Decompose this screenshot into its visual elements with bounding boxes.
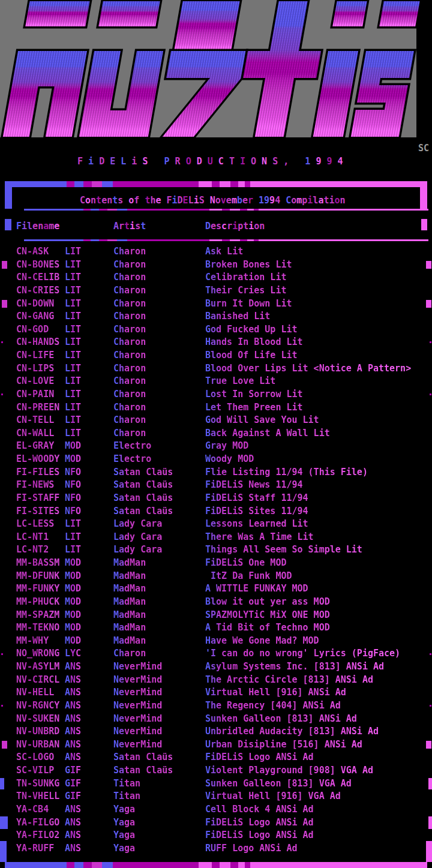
table-row: MM-DFUNK MOD MadMan ItZ Da Funk MOD (0, 570, 432, 583)
bar-segment (92, 181, 102, 187)
edge-mark (0, 778, 4, 789)
table-row: EL-WOODY MOD Electro Woody MOD (0, 453, 432, 466)
edge-mark (430, 341, 431, 343)
file-extension: GIF (65, 790, 113, 803)
bar-segment (67, 181, 74, 187)
file-description: Blood Over Lips Lit <Notice A Pattern> (205, 362, 432, 376)
file-extension: LIT (65, 362, 113, 376)
file-description: Violent Playground [908] VGA Ad (205, 764, 432, 777)
file-name: NV-CIRCL (16, 674, 65, 687)
file-artist: MadMan (113, 621, 205, 635)
file-extension: LYC (65, 647, 113, 660)
file-extension: NFO (65, 492, 113, 505)
file-description: Asylum Systems Inc. [813] ANSi Ad (205, 660, 432, 674)
edge-mark (2, 300, 7, 308)
file-description: Unbridled Audacity [813] ANSi Ad (205, 725, 432, 738)
bar-segment (24, 239, 83, 241)
edge-mark (2, 741, 7, 749)
title-rule (24, 209, 428, 211)
file-description: RUFF Logo ANSi Ad (205, 842, 432, 855)
table-row: FI-STAFF NFO Satan Claüs FiDELiS Staff 1… (0, 492, 432, 505)
file-description: Virtual Hell [916] VGA Ad (205, 790, 432, 803)
file-artist: Charon (113, 414, 205, 427)
ansi-file-listing-screen: SC F i D E L i S P R O D U C T I O N S ,… (0, 0, 432, 868)
file-extension: ANS (65, 816, 113, 830)
bar-segment (238, 862, 245, 868)
file-name: CN-CRIES (16, 284, 65, 298)
table-row: CN-GANG LIT Charon Banished Lit (0, 310, 432, 323)
file-extension: LIT (65, 310, 113, 323)
file-description: The Regency [404] ANSi Ad (205, 699, 432, 713)
bar-segment (247, 209, 254, 211)
table-row: NO_WRONG LYC Charon 'I can do no wrong' … (0, 647, 432, 660)
table-row: NV-UNBRD ANS NeverMind Unbridled Audacit… (0, 725, 432, 738)
file-artist: NeverMind (113, 725, 205, 738)
file-description: FiDELiS Logo ANSi Ad (205, 751, 432, 764)
file-extension: LIT (65, 323, 113, 337)
bar-segment (91, 239, 99, 241)
edge-mark (430, 394, 431, 395)
bar-segment (209, 239, 222, 241)
bar-segment (127, 239, 209, 241)
edge-mark (426, 261, 431, 269)
table-row: LC-NT2 LIT Lady Cara Things All Seem So … (0, 543, 432, 557)
file-artist: Lady Cara (113, 518, 205, 531)
file-artist: Charon (113, 245, 205, 259)
file-extension: MOD (65, 609, 113, 622)
file-extension: LIT (65, 427, 113, 440)
file-artist: Charon (113, 271, 205, 284)
bar-segment (230, 209, 240, 211)
bar-segment (83, 239, 91, 241)
file-extension: ANS (65, 738, 113, 752)
file-name: NV-RGNCY (16, 699, 65, 713)
table-row: MM-SPAZM MOD MadMan SPAZMOLYTiC MiX ONE … (0, 609, 432, 622)
frame-vertical (5, 186, 12, 209)
bar-segment (74, 862, 83, 868)
bar-segment (117, 239, 127, 241)
table-row: CN-PAIN LIT Charon Lost In Sorrow Lit (0, 388, 432, 401)
bar-segment (247, 239, 254, 241)
bar-segment (222, 209, 229, 211)
frame-vertical (420, 186, 427, 209)
frame-vertical (421, 219, 427, 230)
file-name: NV-UNBRD (16, 725, 65, 738)
file-description: Banished Lit (205, 310, 432, 323)
file-description: Burn It Down Lit (205, 298, 432, 311)
bar-segment (83, 862, 92, 868)
file-name: NV-SUKEN (16, 713, 65, 726)
bar-segment (238, 181, 245, 187)
file-name: EL-GRAY (16, 440, 65, 453)
file-artist: MadMan (113, 570, 205, 583)
file-extension: LIT (65, 531, 113, 544)
file-extension: NFO (65, 466, 113, 479)
file-extension: LIT (65, 298, 113, 311)
file-extension: LIT (65, 401, 113, 415)
bar-segment (230, 239, 240, 241)
file-extension: MOD (65, 570, 113, 583)
file-artist: MadMan (113, 635, 205, 648)
bar-segment (240, 239, 247, 241)
bar-segment (245, 181, 250, 187)
bar-segment (5, 862, 67, 868)
file-artist: Satan Claüs (113, 505, 205, 518)
file-artist: NeverMind (113, 699, 205, 713)
file-table: CN-ASK LIT Charon Ask Lit CN-BONES LIT C… (0, 245, 432, 855)
file-artist: Charon (113, 388, 205, 401)
file-artist: Charon (113, 349, 205, 362)
edge-mark (1, 341, 3, 343)
frame-vertical (5, 219, 11, 230)
file-artist: MadMan (113, 582, 205, 596)
bar-segment (250, 862, 427, 868)
file-name: MM-BASSM (16, 557, 65, 570)
file-name: CN-TELL (16, 414, 65, 427)
file-description: Things All Seem So Simple Lit (205, 543, 432, 557)
file-name: MM-SPAZM (16, 609, 65, 622)
file-name: CN-LOVE (16, 375, 65, 388)
file-extension: MOD (65, 635, 113, 648)
edge-mark (1, 394, 3, 395)
file-artist: Satan Claüs (113, 764, 205, 777)
bar-segment (67, 862, 74, 868)
bar-segment (220, 181, 230, 187)
bar-segment (113, 181, 199, 187)
table-row: CN-DOWN LIT Charon Burn It Down Lit (0, 298, 432, 311)
